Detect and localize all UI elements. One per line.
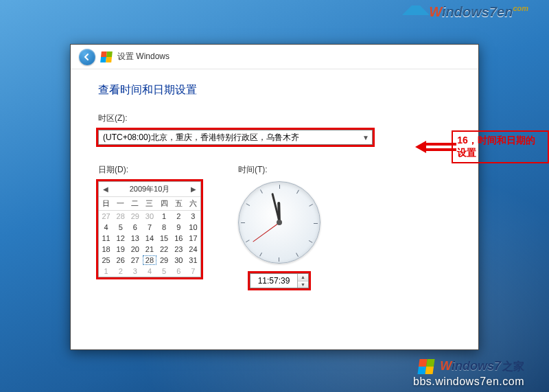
annotation-callout: 16，时间和日期的设置 [415, 130, 549, 163]
analog-clock [238, 181, 320, 264]
watermark-url: bbs.windows7en.com [413, 376, 524, 388]
calendar-day[interactable]: 7 [142, 222, 156, 233]
calendar-day[interactable]: 4 [142, 266, 156, 277]
calendar-day[interactable]: 21 [142, 244, 156, 255]
calendar-day[interactable]: 7 [186, 266, 200, 277]
watermark-bottom-logo: Windows7之家 [419, 359, 524, 374]
calendar-day[interactable]: 4 [99, 222, 113, 233]
calendar-day[interactable]: 6 [128, 222, 142, 233]
page-heading: 查看时间和日期设置 [98, 83, 451, 97]
timezone-selected-value: (UTC+08:00)北京，重庆，香港特别行政区，乌鲁木齐 [103, 132, 299, 143]
calendar-day[interactable]: 18 [99, 244, 113, 255]
timezone-label: 时区(Z): [98, 113, 451, 124]
calendar-next-button[interactable]: ▶ [191, 185, 196, 193]
calendar-day[interactable]: 28 [142, 255, 156, 266]
calendar-day[interactable]: 1 [99, 266, 113, 277]
windows-flag-icon [418, 359, 435, 374]
calendar-prev-button[interactable]: ◀ [103, 185, 108, 193]
calendar-day[interactable]: 24 [186, 244, 200, 255]
calendar-day[interactable]: 22 [157, 244, 172, 255]
calendar-day[interactable]: 5 [113, 222, 128, 233]
watermark-top-logo: Windows7encom [402, 4, 528, 20]
calendar-day[interactable]: 16 [172, 233, 186, 244]
calendar-day[interactable]: 14 [142, 233, 156, 244]
calendar-day[interactable]: 26 [113, 255, 128, 266]
calendar-dow: 三 [142, 197, 156, 211]
calendar-day[interactable]: 28 [113, 211, 128, 222]
calendar-day[interactable]: 8 [157, 222, 172, 233]
calendar-day[interactable]: 2 [172, 211, 186, 222]
date-label: 日期(D): [98, 164, 201, 176]
calendar-month-title: 2009年10月 [130, 184, 170, 194]
calendar-day[interactable]: 23 [172, 244, 186, 255]
calendar-day[interactable]: 6 [172, 266, 186, 277]
windows-flag-icon [100, 51, 113, 62]
calendar-day[interactable]: 9 [172, 222, 186, 233]
calendar-day[interactable]: 17 [186, 233, 200, 244]
time-value: 11:57:39 [250, 276, 297, 286]
calendar-dow: 六 [186, 197, 200, 211]
calendar-day[interactable]: 25 [99, 255, 113, 266]
titlebar-text: 设置 Windows [117, 51, 170, 62]
calendar-dow: 一 [113, 197, 128, 211]
calendar-dow: 四 [157, 197, 172, 211]
calendar-day[interactable]: 15 [157, 233, 172, 244]
time-spinner-input[interactable]: 11:57:39 ▲ ▼ [250, 273, 309, 288]
calendar-day[interactable]: 2 [113, 266, 128, 277]
chevron-down-icon: ▼ [362, 134, 369, 141]
calendar-dow: 日 [99, 197, 113, 211]
calendar-day[interactable]: 3 [128, 266, 142, 277]
calendar-dow: 二 [128, 197, 142, 211]
calendar-day[interactable]: 13 [128, 233, 142, 244]
calendar-day[interactable]: 1 [157, 211, 172, 222]
calendar-day[interactable]: 30 [142, 211, 156, 222]
spinner-up-button[interactable]: ▲ [298, 274, 308, 281]
calendar-day[interactable]: 27 [99, 211, 113, 222]
titlebar: 设置 Windows [71, 45, 478, 69]
calendar[interactable]: ◀ 2009年10月 ▶ 日一二三四五六27282930123456789101… [98, 181, 201, 277]
calendar-day[interactable]: 19 [113, 244, 128, 255]
calendar-day[interactable]: 31 [186, 255, 200, 266]
calendar-day[interactable]: 11 [99, 233, 113, 244]
back-button[interactable] [79, 49, 95, 65]
calendar-day[interactable]: 27 [128, 255, 142, 266]
calendar-day[interactable]: 12 [113, 233, 128, 244]
calendar-day[interactable]: 30 [172, 255, 186, 266]
annotation-text: 16，时间和日期的设置 [452, 130, 549, 163]
calendar-day[interactable]: 10 [186, 222, 200, 233]
setup-wizard-window: 设置 Windows 查看时间和日期设置 时区(Z): (UTC+08:00)北… [70, 44, 479, 350]
calendar-day[interactable]: 5 [157, 266, 172, 277]
timezone-select[interactable]: (UTC+08:00)北京，重庆，香港特别行政区，乌鲁木齐 ▼ [98, 130, 373, 145]
annotation-arrow-icon [415, 140, 452, 154]
calendar-day[interactable]: 29 [157, 255, 172, 266]
calendar-day[interactable]: 3 [186, 211, 200, 222]
spinner-down-button[interactable]: ▼ [298, 281, 308, 288]
time-label: 时间(T): [238, 164, 320, 176]
calendar-dow: 五 [172, 197, 186, 211]
calendar-day[interactable]: 20 [128, 244, 142, 255]
calendar-day[interactable]: 29 [128, 211, 142, 222]
